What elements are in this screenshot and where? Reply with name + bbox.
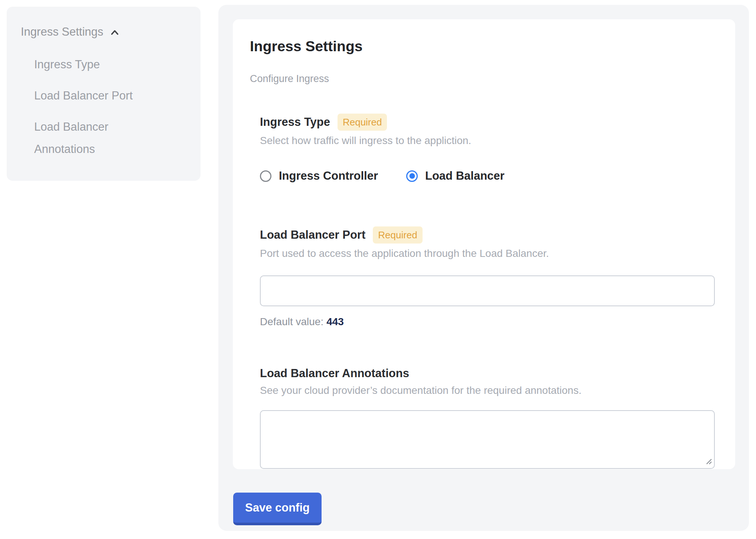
radio-option-ingress-controller[interactable]: Ingress Controller [260, 169, 378, 183]
sidebar-group-ingress-settings[interactable]: Ingress Settings [21, 24, 189, 40]
default-value-label: Default value: [260, 316, 323, 327]
page-subtitle: Configure Ingress [250, 73, 735, 85]
load-balancer-port-label: Load Balancer Port [260, 228, 365, 242]
section-ingress-type: Ingress Type Required Select how traffic… [260, 114, 735, 183]
sidebar-item-load-balancer-annotations[interactable]: Load Balancer Annotations [34, 116, 157, 160]
load-balancer-port-input[interactable] [260, 275, 715, 306]
ingress-type-label: Ingress Type [260, 115, 330, 129]
sidebar-group-label: Ingress Settings [21, 24, 103, 40]
sidebar-item-load-balancer-port[interactable]: Load Balancer Port [34, 85, 157, 107]
ingress-settings-card: Ingress Settings Configure Ingress Ingre… [233, 19, 735, 469]
load-balancer-port-description: Port used to access the application thro… [260, 247, 735, 260]
ingress-type-radio-group: Ingress Controller Load Balancer [260, 169, 735, 183]
sidebar-item-ingress-type[interactable]: Ingress Type [34, 53, 157, 76]
radio-selected-icon[interactable] [406, 170, 418, 182]
sidebar-item-list: Ingress Type Load Balancer Port Load Bal… [34, 53, 189, 160]
section-load-balancer-annotations: Load Balancer Annotations See your cloud… [260, 366, 735, 469]
form-sections: Ingress Type Required Select how traffic… [260, 114, 735, 469]
radio-option-load-balancer[interactable]: Load Balancer [406, 169, 505, 183]
save-config-button[interactable]: Save config [233, 493, 322, 525]
radio-unselected-icon[interactable] [260, 170, 271, 182]
required-badge: Required [338, 114, 387, 131]
default-value-line: Default value:443 [260, 316, 735, 328]
load-balancer-annotations-textarea[interactable] [260, 410, 715, 469]
ingress-settings-panel: Ingress Settings Configure Ingress Ingre… [218, 5, 749, 531]
load-balancer-annotations-label: Load Balancer Annotations [260, 366, 409, 380]
page-title: Ingress Settings [250, 38, 735, 55]
required-badge: Required [373, 226, 423, 244]
chevron-up-icon [109, 27, 120, 38]
section-load-balancer-port: Load Balancer Port Required Port used to… [260, 226, 735, 328]
load-balancer-annotations-description: See your cloud provider’s documentation … [260, 384, 735, 397]
radio-label-load-balancer: Load Balancer [425, 169, 505, 183]
radio-label-ingress-controller: Ingress Controller [279, 169, 378, 183]
default-value: 443 [326, 316, 344, 327]
ingress-type-description: Select how traffic will ingress to the a… [260, 134, 735, 147]
settings-sidebar: Ingress Settings Ingress Type Load Balan… [7, 7, 201, 181]
